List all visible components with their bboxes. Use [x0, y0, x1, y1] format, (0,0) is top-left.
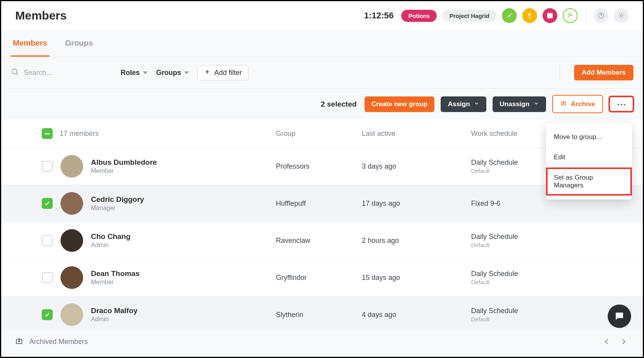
cell-schedule: Daily Schedule: [471, 307, 588, 315]
svg-point-5: [617, 104, 619, 105]
cell-schedule: Fixed 9-6: [471, 199, 588, 208]
badge-potions[interactable]: Potions: [401, 10, 437, 22]
row-checkbox[interactable]: [42, 272, 53, 283]
more-icon: [617, 101, 626, 107]
header-group[interactable]: Group: [276, 130, 362, 138]
cell-last-active: 2 hours ago: [362, 237, 471, 245]
user-add-button[interactable]: [563, 8, 578, 23]
cell-last-active: 17 days ago: [362, 199, 471, 208]
row-checkbox[interactable]: [42, 161, 53, 172]
archived-members-link[interactable]: Archived Members: [29, 338, 88, 346]
page-prev[interactable]: [601, 336, 612, 347]
chevron-down-icon: [474, 100, 479, 108]
select-all-checkbox[interactable]: [42, 128, 53, 139]
search-icon: [11, 68, 19, 78]
avatar: [60, 155, 83, 178]
status-icon-1[interactable]: [502, 8, 517, 23]
member-name: Cedric Diggory: [91, 195, 144, 204]
row-checkbox[interactable]: [42, 198, 53, 209]
cell-schedule: Daily Schedule: [471, 270, 588, 278]
more-actions-button[interactable]: [609, 96, 633, 112]
member-name: Albus Dumbledore: [91, 158, 157, 167]
toolbar: Roles Groups Add filter Add Members: [1, 57, 643, 89]
header: Members 1:12:56 Potions Project Hagrid: [1, 1, 643, 30]
table-row[interactable]: Draco Malfoy Admin Slytherin 4 days ago …: [1, 296, 643, 333]
svg-point-7: [624, 104, 625, 105]
add-filter-label: Add filter: [214, 69, 242, 77]
groups-label: Groups: [156, 69, 181, 77]
help-button[interactable]: [594, 8, 608, 23]
member-role: Admin: [91, 316, 137, 323]
add-filter-button[interactable]: Add filter: [197, 65, 249, 80]
chevron-down-icon: [143, 71, 148, 74]
tab-groups[interactable]: Groups: [63, 30, 95, 57]
avatar: [60, 229, 83, 252]
action-bar: 2 selected Create new group Assign Unass…: [1, 89, 643, 119]
cell-schedule-sub: Default: [471, 316, 588, 322]
assign-label: Assign: [448, 100, 470, 108]
cell-group: Ravenclaw: [276, 237, 362, 245]
stop-icon: [547, 13, 553, 18]
member-name: Cho Chang: [91, 232, 130, 241]
tabs: Members Groups: [1, 30, 643, 57]
page-next[interactable]: [618, 336, 630, 347]
roles-filter[interactable]: Roles: [121, 69, 148, 77]
selection-count: 2 selected: [321, 100, 357, 109]
svg-point-0: [529, 14, 531, 16]
header-last-active[interactable]: Last active: [362, 130, 471, 138]
archive-icon: [560, 100, 567, 109]
tab-members[interactable]: Members: [11, 30, 50, 57]
header-right: 1:12:56 Potions Project Hagrid: [364, 8, 629, 23]
menu-edit[interactable]: Edit: [546, 147, 632, 167]
chevron-down-icon: [534, 100, 539, 108]
page-title: Members: [15, 9, 67, 22]
svg-point-3: [621, 15, 623, 17]
member-name: Dean Thomas: [91, 269, 140, 278]
cell-group: Professors: [276, 162, 362, 171]
search-wrap: [11, 68, 112, 78]
groups-filter[interactable]: Groups: [156, 69, 189, 77]
cell-group: Gryffindor: [276, 274, 362, 282]
row-checkbox[interactable]: [42, 309, 53, 320]
cell-group: Slytherin: [276, 311, 362, 319]
plus-icon: [204, 69, 210, 77]
divider: [585, 9, 586, 23]
menu-set-group-managers[interactable]: Set as Group Managers: [546, 167, 632, 196]
settings-button[interactable]: [614, 8, 629, 23]
svg-point-1: [569, 13, 571, 15]
status-icon-2[interactable]: [522, 8, 537, 23]
table-row[interactable]: Dean Thomas Member Gryffindor 15 days ag…: [1, 259, 643, 296]
stop-button[interactable]: [543, 8, 557, 23]
svg-point-4: [12, 69, 17, 74]
svg-point-6: [621, 104, 622, 105]
member-name: Draco Malfoy: [91, 306, 137, 315]
menu-move-to-group[interactable]: Move to group...: [546, 127, 632, 147]
table-row[interactable]: Cho Chang Admin Ravenclaw 2 hours ago Da…: [1, 222, 643, 259]
badge-project[interactable]: Project Hagrid: [442, 10, 496, 22]
cell-group: Hufflepuff: [276, 199, 362, 208]
member-role: Member: [91, 167, 157, 175]
count-label: 17 members: [60, 130, 99, 138]
roles-label: Roles: [121, 69, 140, 77]
cell-last-active: 4 days ago: [362, 311, 471, 319]
unassign-button[interactable]: Unassign: [493, 96, 546, 112]
search-input[interactable]: [24, 69, 112, 77]
footer: Archived Members: [1, 330, 643, 353]
assign-button[interactable]: Assign: [441, 96, 486, 112]
unassign-label: Unassign: [500, 100, 530, 108]
archive-button[interactable]: Archive: [552, 95, 603, 113]
chat-button[interactable]: [608, 305, 631, 328]
chevron-down-icon: [184, 71, 189, 74]
row-checkbox[interactable]: [42, 235, 53, 246]
avatar: [60, 266, 83, 289]
archive-label: Archive: [571, 100, 595, 108]
add-members-button[interactable]: Add Members: [574, 65, 633, 80]
member-role: Manager: [91, 205, 144, 212]
create-group-button[interactable]: Create new group: [365, 96, 435, 112]
divider: [560, 65, 560, 80]
archive-icon: [14, 336, 24, 347]
member-role: Member: [91, 279, 140, 286]
cell-schedule-sub: Default: [471, 242, 588, 248]
timer: 1:12:56: [364, 11, 394, 21]
avatar: [60, 192, 83, 215]
